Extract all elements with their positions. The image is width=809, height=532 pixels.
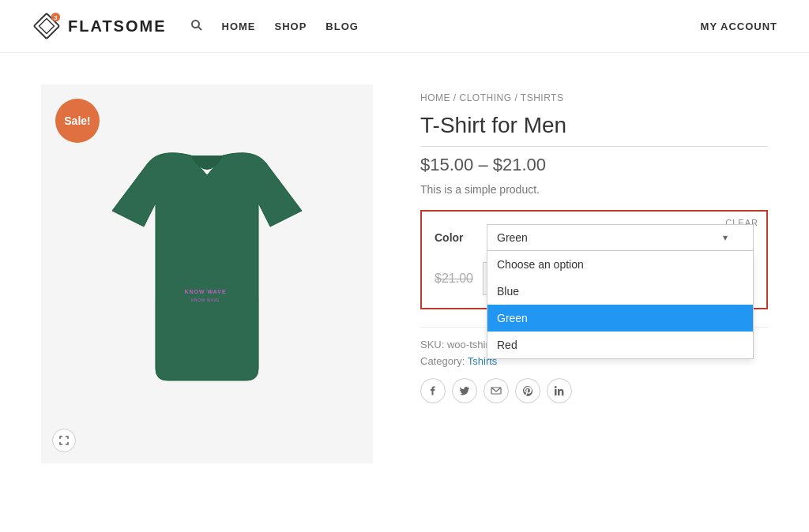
twitter-icon[interactable] xyxy=(452,378,477,403)
pinterest-icon[interactable] xyxy=(515,378,540,403)
product-details: HOME / CLOTHING / TSHIRTS T-Shirt for Me… xyxy=(420,84,768,463)
price-range: $15.00 – $21.00 xyxy=(420,155,768,175)
svg-text:KNOW WAVE: KNOW WAVE xyxy=(191,298,220,302)
color-label: Color xyxy=(435,231,474,244)
svg-text:KNOW WAVE: KNOW WAVE xyxy=(184,289,226,294)
breadcrumb-clothing[interactable]: CLOTHING xyxy=(460,92,512,103)
svg-text:3: 3 xyxy=(54,14,57,21)
email-icon[interactable] xyxy=(484,378,509,403)
header: 3 FLATSOME HOME SHOP BLOG MY ACCOUNT xyxy=(0,0,809,53)
selected-color-label: Green xyxy=(497,231,528,244)
dropdown-option-red[interactable]: Red xyxy=(487,332,753,358)
svg-rect-11 xyxy=(555,389,557,395)
logo-icon: 3 xyxy=(32,11,62,41)
category-label: Category: xyxy=(420,355,465,367)
chevron-down-icon: ▾ xyxy=(723,232,728,243)
sku-value: woo-tshirt xyxy=(447,339,491,350)
color-select[interactable]: Green ▾ xyxy=(487,224,754,251)
sale-badge: Sale! xyxy=(55,99,100,143)
linkedin-icon[interactable] xyxy=(547,378,572,403)
color-select-wrapper: Green ▾ Choose an option Blue Green Red xyxy=(487,224,754,251)
my-account-link[interactable]: MY ACCOUNT xyxy=(701,21,777,32)
price-divider xyxy=(420,146,768,147)
breadcrumb-tshirts[interactable]: TSHIRTS xyxy=(521,92,564,103)
logo-area[interactable]: 3 FLATSOME xyxy=(32,11,167,41)
product-title: T-Shirt for Men xyxy=(420,113,768,138)
product-description: This is a simple product. xyxy=(420,183,768,196)
nav-shop[interactable]: SHOP xyxy=(275,21,307,32)
product-image: KNOW WAVE KNOW WAVE xyxy=(41,84,373,463)
logo-text: FLATSOME xyxy=(68,17,167,36)
product-form: CLEAR Color Green ▾ Choose an option Blu… xyxy=(420,210,768,309)
svg-line-5 xyxy=(198,27,201,30)
svg-point-4 xyxy=(192,21,199,28)
dropdown-option-default[interactable]: Choose an option xyxy=(487,251,753,278)
dropdown-option-green[interactable]: Green xyxy=(487,305,753,332)
svg-point-12 xyxy=(555,386,557,388)
breadcrumb: HOME / CLOTHING / TSHIRTS xyxy=(420,92,768,103)
search-icon[interactable] xyxy=(190,19,203,34)
product-image-area: Sale! KNOW WAVE KNOW WAVE xyxy=(41,84,373,463)
color-dropdown: Choose an option Blue Green Red xyxy=(487,251,754,359)
social-icons xyxy=(420,378,768,403)
svg-marker-1 xyxy=(40,19,55,34)
main-nav: HOME SHOP BLOG xyxy=(190,19,701,34)
original-price: $21.00 xyxy=(435,272,473,286)
nav-home[interactable]: HOME xyxy=(222,21,256,32)
nav-blog[interactable]: BLOG xyxy=(325,21,359,32)
product-page: Sale! KNOW WAVE KNOW WAVE xyxy=(25,84,784,463)
sku-label: SKU: xyxy=(420,339,444,350)
breadcrumb-home[interactable]: HOME xyxy=(420,92,450,103)
expand-icon[interactable] xyxy=(52,429,76,452)
dropdown-option-blue[interactable]: Blue xyxy=(487,278,753,305)
facebook-icon[interactable] xyxy=(420,378,446,403)
tshirt-image: KNOW WAVE KNOW WAVE xyxy=(88,140,325,408)
color-row: Color Green ▾ Choose an option Blue Gree… xyxy=(435,224,754,251)
